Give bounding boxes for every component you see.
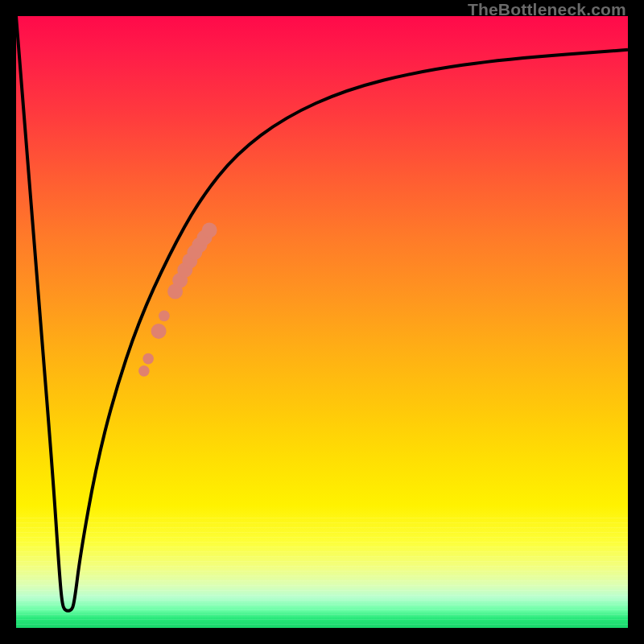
data-dot	[151, 324, 167, 339]
data-dot	[142, 353, 154, 365]
chart-svg	[16, 16, 628, 628]
watermark-text: TheBottleneck.com	[468, 0, 626, 19]
data-dot	[159, 311, 170, 322]
bottleneck-curve	[16, 16, 628, 611]
data-dot	[138, 365, 150, 377]
plot-area	[16, 16, 628, 628]
data-dot	[202, 223, 217, 238]
chart-stage: TheBottleneck.com	[0, 0, 644, 644]
